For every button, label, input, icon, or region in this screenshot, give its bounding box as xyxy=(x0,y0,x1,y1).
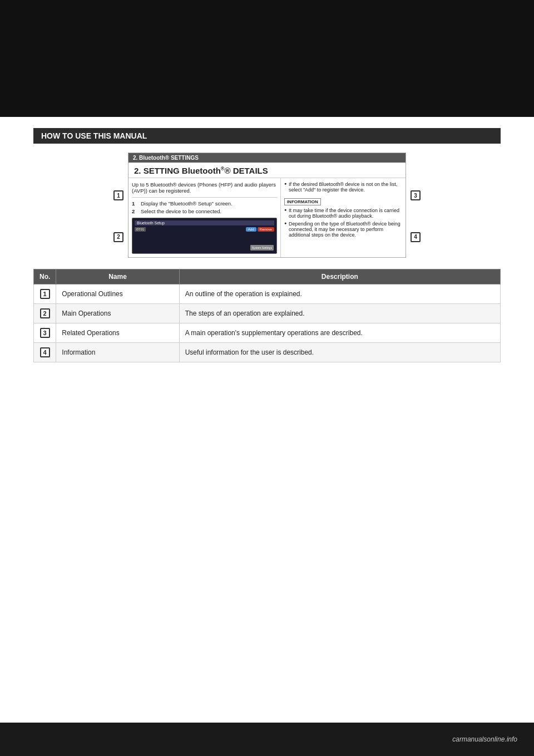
row3-desc: A main operation's supplementary operati… xyxy=(179,323,500,343)
marker-1: 1 xyxy=(113,190,123,200)
screen-row-1: BT01 Add Remove xyxy=(135,227,274,232)
info-bullet-1: It may take time if the device connectio… xyxy=(284,208,402,219)
diagram-right: If the desired Bluetooth® device is not … xyxy=(281,178,406,257)
page-wrapper: HOW TO USE THIS MANUAL 1 2 2. Bluetooth®… xyxy=(0,0,534,756)
right-bullet: If the desired Bluetooth® device is not … xyxy=(284,181,402,193)
table-head: No. Name Description xyxy=(34,269,501,284)
diagram-subheader: 2. Bluetooth® SETTINGS xyxy=(128,153,406,163)
info-table: No. Name Description 1 Operational Outli… xyxy=(33,269,501,362)
diagram-steps: 1 Display the "Bluetooth® Setup" screen.… xyxy=(132,197,277,214)
table-body: 1 Operational Outlines An outline of the… xyxy=(34,284,501,362)
info-box-label: INFORMATION xyxy=(284,198,321,205)
row4-name: Information xyxy=(56,343,179,362)
screen-remove-btn: Remove xyxy=(258,227,274,232)
left-markers: 1 2 xyxy=(113,153,128,258)
row2-no: 2 xyxy=(34,304,56,323)
row2-desc: The steps of an operation are explained. xyxy=(179,304,500,323)
diagram-left: Up to 5 Bluetooth® devices (Phones (HFP)… xyxy=(128,178,281,257)
bottom-area xyxy=(0,407,534,685)
col-name: Name xyxy=(56,269,179,284)
screen-bt-item: BT01 xyxy=(135,227,146,232)
table-row: 1 Operational Outlines An outline of the… xyxy=(34,284,501,304)
screen-mockup: Bluetooth Setup BT01 Add xyxy=(132,218,277,254)
screen-system-btn: System Settings xyxy=(250,245,274,251)
left-description: Up to 5 Bluetooth® devices (Phones (HFP)… xyxy=(132,181,277,194)
marker-2: 2 xyxy=(113,232,123,242)
screen-add-btn: Add xyxy=(246,227,256,232)
section-header: HOW TO USE THIS MANUAL xyxy=(33,128,501,144)
top-bar xyxy=(0,0,534,117)
row3-no: 3 xyxy=(34,323,56,343)
table-row: 4 Information Useful information for the… xyxy=(34,343,501,362)
row1-name: Operational Outlines xyxy=(56,284,179,304)
footer-logo: carmanualsonline.info xyxy=(452,735,517,743)
bottom-bar: carmanualsonline.info xyxy=(0,723,534,756)
info-bullet-2: Depending on the type of Bluetooth® devi… xyxy=(284,221,402,238)
table-row: 2 Main Operations The steps of an operat… xyxy=(34,304,501,323)
content-area: HOW TO USE THIS MANUAL 1 2 2. Bluetooth®… xyxy=(0,117,534,385)
diagram-area: 1 2 2. Bluetooth® SETTINGS 2. SETTING Bl… xyxy=(33,153,501,258)
section-header-text: HOW TO USE THIS MANUAL xyxy=(41,131,147,140)
step-1: 1 Display the "Bluetooth® Setup" screen. xyxy=(132,200,277,207)
diagram-title: 2. SETTING Bluetooth®® DETAILS xyxy=(128,163,406,178)
col-no: No. xyxy=(34,269,56,284)
row1-desc: An outline of the operation is explained… xyxy=(179,284,500,304)
row4-desc: Useful information for the user is descr… xyxy=(179,343,500,362)
diagram-content: Up to 5 Bluetooth® devices (Phones (HFP)… xyxy=(128,178,406,257)
marker-3: 3 xyxy=(411,190,421,200)
marker-4: 4 xyxy=(411,232,421,242)
row1-no: 1 xyxy=(34,284,56,304)
step-2: 2 Select the device to be connected. xyxy=(132,208,277,214)
right-markers: 3 4 xyxy=(406,153,421,258)
screen-header: Bluetooth Setup xyxy=(135,220,274,225)
row3-name: Related Operations xyxy=(56,323,179,343)
col-description: Description xyxy=(179,269,500,284)
table-row: 3 Related Operations A main operation's … xyxy=(34,323,501,343)
row4-no: 4 xyxy=(34,343,56,362)
diagram-box: 2. Bluetooth® SETTINGS 2. SETTING Blueto… xyxy=(128,153,406,258)
row2-name: Main Operations xyxy=(56,304,179,323)
table-head-row: No. Name Description xyxy=(34,269,501,284)
